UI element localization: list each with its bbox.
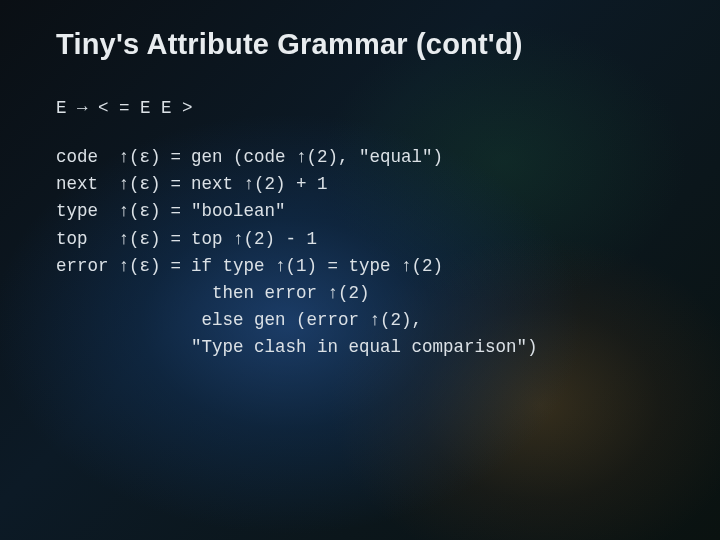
attr-inh: ↑(ε)	[119, 171, 161, 198]
slide-title: Tiny's Attribute Grammar (cont'd)	[56, 28, 674, 61]
attr-inh: ↑(ε)	[119, 198, 161, 225]
attr-rhs: next ↑(2) + 1	[191, 171, 674, 198]
attr-name: next	[56, 171, 109, 198]
production-rule: E → < = E E >	[56, 95, 674, 122]
attr-inh: ↑(ε)	[119, 144, 161, 171]
attribute-rules: code ↑(ε) = gen (code ↑(2), "equal") nex…	[56, 144, 674, 361]
attr-eq: =	[171, 171, 182, 198]
attr-eq: =	[171, 144, 182, 171]
attr-rhs: top ↑(2) - 1	[191, 226, 674, 253]
attr-rhs: "boolean"	[191, 198, 674, 225]
attr-eq: =	[171, 253, 182, 362]
attr-name: code	[56, 144, 109, 171]
attr-name: top	[56, 226, 109, 253]
attr-rhs: if type ↑(1) = type ↑(2) then error ↑(2)…	[191, 253, 674, 362]
attr-eq: =	[171, 226, 182, 253]
attr-inh: ↑(ε)	[119, 226, 161, 253]
attr-rhs: gen (code ↑(2), "equal")	[191, 144, 674, 171]
attr-eq: =	[171, 198, 182, 225]
attr-name: type	[56, 198, 109, 225]
attr-inh: ↑(ε)	[119, 253, 161, 362]
attr-name: error	[56, 253, 109, 362]
slide: Tiny's Attribute Grammar (cont'd) E → < …	[0, 0, 720, 540]
